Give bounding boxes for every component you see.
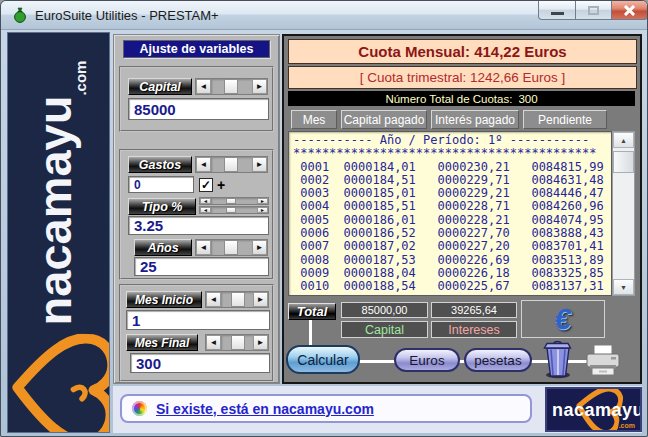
table-column-headers: MesCapital pagadoInterés pagadoPendiente [291, 110, 635, 129]
scroll-thumb[interactable] [613, 151, 634, 173]
printer-icon[interactable] [584, 344, 622, 377]
spinner-thumb[interactable] [226, 207, 236, 213]
app-window: EuroSuite Utilities - PRESTAM+ nacamayu.… [0, 0, 648, 437]
gastos-spinner[interactable]: ◄ ► [195, 156, 268, 173]
column-header[interactable]: Pendiente [523, 110, 607, 129]
spinner-thumb[interactable] [224, 157, 238, 172]
spinner-right-icon[interactable]: ► [253, 292, 268, 307]
anos-label: Años [134, 239, 192, 256]
total-cuotas-label: Número Total de Cuotas: [385, 93, 512, 105]
euro-symbol-box: € [521, 300, 605, 338]
anos-spinner[interactable]: ◄ ► [195, 239, 268, 256]
minimize-button[interactable] [538, 1, 576, 20]
anos-input[interactable]: 25 [134, 257, 269, 276]
mes-inicio-spinner[interactable]: ◄ ► [205, 291, 269, 308]
gastos-input[interactable]: 0 [128, 176, 194, 193]
scroll-down-icon[interactable]: ▼ [613, 279, 634, 295]
maximize-button[interactable] [575, 1, 612, 20]
scroll-up-icon[interactable]: ▲ [613, 132, 634, 148]
spinner-left-icon[interactable]: ◄ [200, 207, 211, 213]
spinner-left-icon[interactable]: ◄ [200, 198, 211, 204]
cuota-mensual-banner: Cuota Mensual: 414,22 Euros [288, 39, 637, 64]
table-line: 0003 0000185,01 0000229,21 0084446,47 [289, 187, 611, 200]
connector-vertical [309, 320, 312, 348]
total-capital-label: Capital [341, 321, 428, 338]
capital-label: Capital [128, 78, 192, 95]
window-title: EuroSuite Utilities - PRESTAM+ [35, 8, 219, 23]
table-line: 0006 0000186,52 0000227,70 0083888,43 [289, 227, 611, 240]
capital-input[interactable]: 85000 [128, 98, 269, 120]
spinner-right-icon[interactable]: ► [252, 79, 267, 94]
spinner-right-icon[interactable]: ► [252, 240, 267, 255]
mes-final-label: Mes Final [126, 334, 198, 351]
total-cuotas-value: 300 [518, 93, 537, 105]
heart-logo-icon [7, 331, 110, 433]
total-capital-value: 85000,00 [341, 302, 428, 318]
tipo-label: Tipo % [128, 198, 196, 215]
capital-group: Capital ◄ ► 85000 [119, 66, 274, 132]
capital-spinner[interactable]: ◄ ► [195, 78, 268, 95]
spinner-left-icon[interactable]: ◄ [206, 292, 221, 307]
trash-icon[interactable] [541, 340, 574, 379]
footer-link-text[interactable]: Si existe, está en nacamayu.com [156, 401, 374, 417]
minimize-icon [551, 12, 564, 15]
nacamayu-logo[interactable]: nacamayu .com [545, 387, 642, 432]
spinner-right-icon[interactable]: ► [257, 207, 268, 213]
total-intereses-value: 39265,64 [431, 302, 517, 318]
spinner-thumb[interactable] [226, 198, 236, 204]
spinner-thumb[interactable] [231, 335, 245, 350]
brand-name: nacamayu [29, 96, 82, 326]
spinner-right-icon[interactable]: ► [252, 157, 267, 172]
cuota-trimestral-banner: [ Cuota trimestral: 1242,66 Euros ] [288, 66, 637, 89]
brand-suffix: .com [73, 61, 90, 96]
euros-button[interactable]: Euros [394, 348, 460, 372]
close-button[interactable] [611, 1, 648, 20]
total-cuotas-bar: Número Total de Cuotas: 300 [288, 91, 635, 106]
tipo-spinner-bottom[interactable]: ◄ ► [199, 206, 269, 214]
logo-text: nacamayu [552, 400, 642, 421]
spinner-left-icon[interactable]: ◄ [196, 79, 211, 94]
spinner-left-icon[interactable]: ◄ [196, 240, 211, 255]
column-header[interactable]: Capital pagado [341, 110, 427, 129]
table-line: 0008 0000187,53 0000226,69 0083513,89 [289, 254, 611, 267]
logo-suffix: .com [619, 422, 635, 429]
total-button[interactable]: Total [288, 303, 336, 320]
table-line: 0004 0000185,51 0000228,71 0084260,96 [289, 200, 611, 213]
table-line: 0007 0000187,02 0000227,20 0083701,41 [289, 240, 611, 253]
footer-bar: Si existe, está en nacamayu.com nacamayu… [113, 386, 642, 433]
variables-panel: Ajuste de variables Capital ◄ ► 85000 Ga… [113, 34, 280, 384]
tipo-spinner-top[interactable]: ◄ ► [199, 197, 269, 205]
results-panel: Cuota Mensual: 414,22 Euros [ Cuota trim… [282, 34, 642, 384]
euro-icon: € [553, 303, 574, 336]
tipo-input[interactable]: 3.25 [128, 216, 269, 235]
amortization-table: ----------- Año / Período: 1º ----------… [288, 131, 612, 296]
spinner-thumb[interactable] [224, 79, 238, 94]
nacamayu-link[interactable]: Si existe, está en nacamayu.com [120, 394, 532, 423]
calcular-button[interactable]: Calcular [286, 345, 360, 374]
table-line: 0009 0000188,04 0000226,18 0083325,85 [289, 267, 611, 280]
pesetas-button[interactable]: pesetas [464, 348, 532, 372]
mes-inicio-input[interactable]: 1 [126, 310, 270, 330]
table-line: 0002 0000184,51 0000229,71 0084631,48 [289, 174, 611, 187]
spinner-left-icon[interactable]: ◄ [206, 335, 221, 350]
table-line: ****************************************… [289, 147, 611, 160]
column-header[interactable]: Interés pagado [431, 110, 519, 129]
spinner-right-icon[interactable]: ► [253, 335, 268, 350]
close-icon [623, 4, 636, 17]
table-scrollbar[interactable]: ▲ ▼ [612, 131, 635, 296]
panel-header: Ajuste de variables [123, 40, 270, 58]
spinner-right-icon[interactable]: ► [257, 198, 268, 204]
spinner-thumb[interactable] [231, 292, 245, 307]
spinner-thumb[interactable] [224, 240, 238, 255]
gastos-plus-label: + [217, 177, 225, 193]
gastos-checkbox[interactable]: ✓ [199, 178, 213, 192]
rates-group: Gastos ◄ ► 0 ✓ + Tipo % ◄ ► ◄ ► 3.25 Año… [119, 149, 274, 280]
table-line: 0005 0000186,01 0000228,21 0084074,95 [289, 214, 611, 227]
mes-inicio-label: Mes Inicio [126, 291, 202, 308]
mes-final-input[interactable]: 300 [130, 353, 270, 373]
total-intereses-label: Intereses [431, 321, 517, 338]
mes-final-spinner[interactable]: ◄ ► [205, 334, 269, 351]
table-line: 0010 0000188,54 0000225,67 0083137,31 [289, 280, 611, 293]
column-header[interactable]: Mes [291, 110, 337, 129]
spinner-left-icon[interactable]: ◄ [196, 157, 211, 172]
